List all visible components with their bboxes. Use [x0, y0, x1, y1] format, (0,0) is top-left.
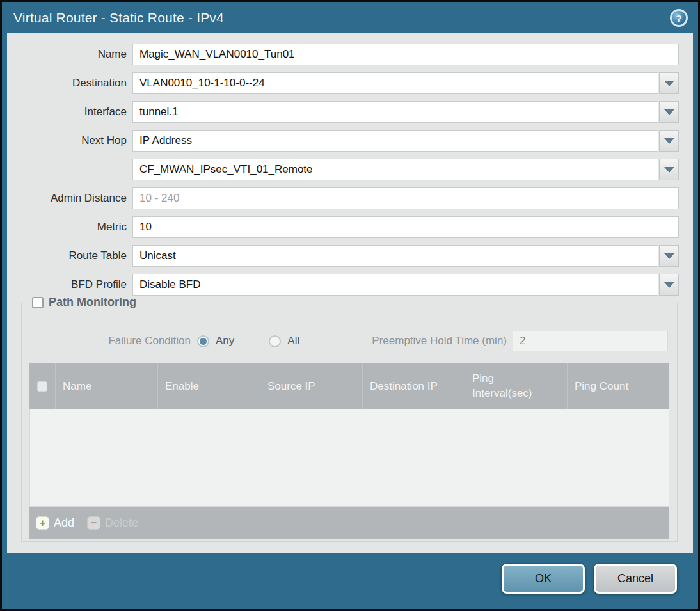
path-monitoring-section: Path Monitoring Failure Condition Any Al…: [21, 303, 678, 542]
destination-input[interactable]: [132, 72, 658, 94]
delete-button[interactable]: − Delete: [87, 516, 138, 530]
next-hop-type-dropdown-button[interactable]: [659, 130, 679, 152]
bfd-profile-input[interactable]: [132, 274, 658, 296]
failure-condition-radio-all[interactable]: All: [269, 335, 316, 347]
plus-icon: +: [36, 516, 49, 530]
field-row-bfd-profile: BFD Profile: [7, 274, 679, 296]
preemptive-hold-time-input[interactable]: [513, 331, 668, 351]
route-table-dropdown-button[interactable]: [659, 245, 679, 267]
path-monitoring-checkbox[interactable]: [32, 297, 44, 308]
table-select-all-cell: [29, 363, 55, 409]
chevron-down-icon: [664, 282, 674, 288]
column-header-ping-count[interactable]: Ping Count: [567, 363, 669, 409]
chevron-down-icon: [664, 167, 674, 173]
interface-dropdown-button[interactable]: [659, 101, 679, 123]
field-row-admin-distance: Admin Distance: [7, 187, 679, 209]
ok-button[interactable]: OK: [502, 564, 585, 594]
dialog-body: Name Destination Interface Next Hop: [7, 33, 693, 553]
add-button-label: Add: [54, 516, 74, 530]
route-table-label: Route Table: [7, 250, 132, 262]
static-route-dialog: Virtual Router - Static Route - IPv4 ? N…: [0, 0, 700, 611]
metric-label: Metric: [7, 221, 132, 234]
chevron-down-icon: [664, 253, 674, 259]
preemptive-hold-time-label: Preemptive Hold Time (min): [334, 335, 513, 347]
destination-label: Destination: [7, 77, 132, 90]
table-header-row: Name Enable Source IP Destination IP Pin…: [29, 363, 669, 409]
radio-all-icon[interactable]: [269, 335, 281, 347]
next-hop-type-input[interactable]: [132, 130, 658, 152]
column-header-name[interactable]: Name: [55, 363, 157, 409]
next-hop-address-dropdown-button[interactable]: [659, 159, 679, 180]
column-header-source-ip[interactable]: Source IP: [260, 363, 362, 409]
delete-button-label: Delete: [105, 516, 138, 530]
column-header-enable[interactable]: Enable: [157, 363, 260, 409]
column-header-ping-interval[interactable]: Ping Interval(sec): [465, 363, 567, 409]
bfd-profile-label: BFD Profile: [7, 278, 132, 291]
failure-condition-row: Failure Condition Any All Preemptive Hol…: [29, 330, 668, 352]
table-toolbar: + Add − Delete: [29, 507, 669, 539]
dialog-footer: OK Cancel: [2, 553, 698, 609]
name-input[interactable]: [132, 44, 679, 65]
bfd-profile-dropdown-button[interactable]: [659, 274, 679, 296]
destination-dropdown-button[interactable]: [659, 72, 679, 94]
add-button[interactable]: + Add: [36, 516, 74, 530]
field-row-next-hop: Next Hop: [7, 130, 679, 152]
interface-input[interactable]: [132, 101, 658, 123]
cancel-button[interactable]: Cancel: [594, 564, 677, 594]
field-row-next-hop-address: [7, 159, 679, 180]
field-row-name: Name: [7, 44, 679, 65]
field-row-interface: Interface: [7, 101, 679, 123]
path-monitoring-table: Name Enable Source IP Destination IP Pin…: [29, 363, 669, 539]
chevron-down-icon: [664, 138, 674, 144]
radio-all-label: All: [287, 335, 299, 347]
field-row-route-table: Route Table: [7, 245, 679, 267]
next-hop-label: Next Hop: [7, 134, 132, 147]
interface-label: Interface: [7, 106, 132, 118]
chevron-down-icon: [664, 81, 674, 86]
field-row-destination: Destination: [7, 72, 679, 94]
name-label: Name: [7, 48, 132, 61]
chevron-down-icon: [664, 109, 674, 115]
dialog-titlebar: Virtual Router - Static Route - IPv4 ?: [2, 2, 698, 33]
path-monitoring-title: Path Monitoring: [49, 296, 136, 309]
next-hop-address-input[interactable]: [132, 159, 658, 180]
field-row-metric: Metric: [7, 216, 679, 238]
minus-icon: −: [87, 516, 100, 530]
table-empty-body: [29, 409, 669, 507]
dialog-title: Virtual Router - Static Route - IPv4: [13, 10, 224, 26]
route-table-input[interactable]: [132, 245, 658, 267]
select-all-checkbox[interactable]: [37, 381, 47, 392]
radio-any-icon[interactable]: [197, 335, 209, 347]
path-monitoring-legend: Path Monitoring: [27, 296, 141, 309]
admin-distance-label: Admin Distance: [7, 192, 132, 205]
help-icon[interactable]: ?: [670, 9, 688, 27]
radio-any-label: Any: [216, 335, 234, 347]
column-header-destination-ip[interactable]: Destination IP: [362, 363, 465, 409]
failure-condition-radio-any[interactable]: Any: [197, 335, 251, 347]
failure-condition-label: Failure Condition: [29, 335, 197, 347]
admin-distance-input[interactable]: [132, 187, 679, 209]
metric-input[interactable]: [132, 216, 679, 238]
